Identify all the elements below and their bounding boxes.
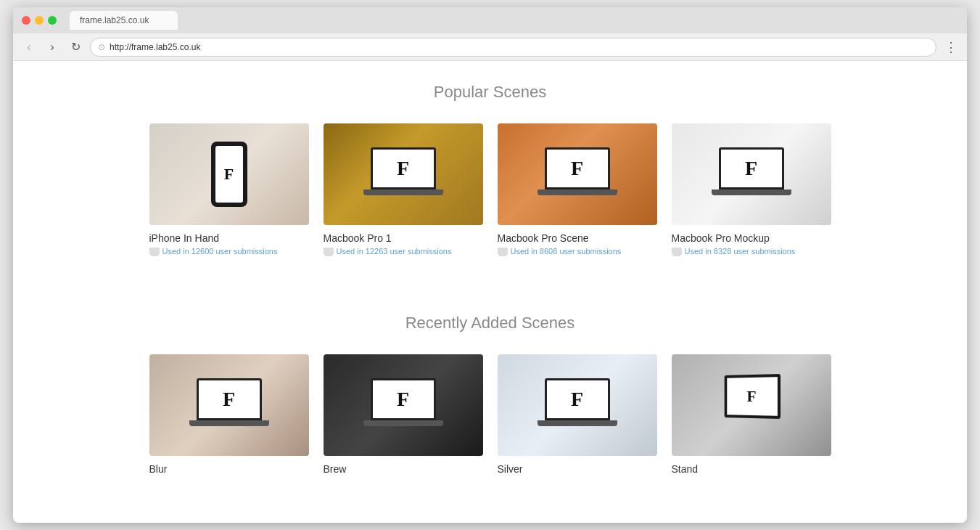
- close-button[interactable]: [22, 16, 30, 25]
- tablet-screen-area: F: [724, 373, 780, 418]
- iphone-screen: F: [215, 146, 243, 203]
- scene-thumbnail-silver: F: [498, 354, 657, 456]
- scene-name-macbook-mockup: Macbook Pro Mockup: [672, 232, 831, 244]
- scene-card-macbook1[interactable]: F Macbook Pro 1 Used in 12263 user submi…: [324, 123, 483, 256]
- laptop-screen-mockup: F: [719, 147, 784, 189]
- laptop-screen-silver: F: [545, 378, 610, 420]
- scene-card-iphone-hand[interactable]: F iPhone In Hand Used in 12600 user subm…: [149, 123, 309, 256]
- laptop-screen-1: F: [371, 147, 436, 189]
- meta-icon-3: [498, 248, 508, 255]
- recent-scenes-grid: F Blur F Brew: [28, 354, 952, 478]
- scene-card-macbook-mockup[interactable]: F Macbook Pro Mockup Used in 8328 user s…: [672, 123, 831, 256]
- scene-thumbnail-iphone-hand: F: [149, 123, 309, 225]
- browser-menu-button[interactable]: ⋮: [942, 38, 960, 56]
- scene-thumbnail-macbook-mockup: F: [672, 123, 831, 225]
- meta-icon: [149, 248, 160, 255]
- scene-card-macbook-scene[interactable]: F Macbook Pro Scene Used in 8608 user su…: [498, 123, 657, 256]
- popular-section-title: Popular Scenes: [28, 83, 952, 102]
- scene-thumbnail-macbook1: F: [324, 123, 483, 225]
- scene-card-stand[interactable]: F Stand: [672, 354, 831, 478]
- laptop-screen-inner-blur: F: [199, 380, 260, 418]
- scene-meta-macbook-scene: Used in 8608 user submissions: [498, 247, 657, 256]
- traffic-lights: [22, 16, 57, 25]
- scene-thumbnail-brew: F: [324, 354, 483, 456]
- laptop-screen-inner-scene: F: [547, 150, 608, 187]
- back-button[interactable]: ‹: [20, 38, 38, 56]
- laptop-screen-blur: F: [197, 378, 262, 420]
- scene-name-macbook1: Macbook Pro 1: [324, 232, 483, 244]
- tablet-screen-inner: F: [727, 377, 778, 416]
- scene-meta-macbook1: Used in 12263 user submissions: [324, 247, 483, 256]
- scene-meta-macbook-mockup: Used in 8328 user submissions: [672, 247, 831, 256]
- scene-card-silver[interactable]: F Silver: [498, 354, 657, 478]
- toolbar: ‹ › ↻ ⊙ ⋮: [13, 33, 967, 61]
- forward-button[interactable]: ›: [44, 38, 61, 56]
- scene-submissions-iphone-hand: Used in 12600 user submissions: [162, 247, 278, 256]
- laptop-screen-inner-silver: F: [547, 380, 608, 418]
- section-divider: [28, 285, 952, 314]
- tab-title: frame.lab25.co.uk: [80, 15, 149, 25]
- scene-name-blur: Blur: [149, 463, 309, 475]
- reload-button[interactable]: ↻: [67, 38, 84, 56]
- laptop-base-brew: [363, 420, 443, 426]
- minimize-button[interactable]: [35, 16, 44, 25]
- laptop-base-silver: [538, 420, 617, 426]
- laptop-screen-inner-brew: F: [373, 380, 434, 418]
- scene-card-brew[interactable]: F Brew: [324, 354, 483, 478]
- scene-name-macbook-scene: Macbook Pro Scene: [498, 232, 657, 244]
- laptop-mockup-scene: F: [538, 147, 617, 202]
- laptop-mockup-silver: F: [538, 378, 617, 433]
- title-bar: frame.lab25.co.uk: [13, 7, 967, 33]
- laptop-base-blur: [189, 420, 269, 426]
- recent-section-title: Recently Added Scenes: [28, 314, 952, 333]
- laptop-screen-inner-1: F: [373, 150, 434, 187]
- scene-submissions-macbook-mockup: Used in 8328 user submissions: [685, 247, 796, 256]
- laptop-mockup-brew: F: [363, 378, 443, 433]
- laptop-screen-scene: F: [545, 147, 610, 189]
- browser-tab[interactable]: frame.lab25.co.uk: [70, 11, 178, 30]
- maximize-button[interactable]: [48, 16, 57, 25]
- scene-meta-iphone-hand: Used in 12600 user submissions: [149, 247, 309, 256]
- scene-submissions-macbook-scene: Used in 8608 user submissions: [511, 247, 622, 256]
- browser-window: frame.lab25.co.uk ‹ › ↻ ⊙ ⋮ Popular Scen…: [13, 7, 967, 523]
- laptop-screen-inner-mockup: F: [721, 150, 782, 187]
- laptop-mockup-1: F: [363, 147, 443, 202]
- search-icon: ⊙: [98, 42, 105, 52]
- address-bar: ⊙: [90, 38, 936, 57]
- scene-name-stand: Stand: [672, 463, 831, 475]
- url-input[interactable]: [110, 42, 928, 52]
- iphone-body: F: [211, 142, 247, 207]
- laptop-base-1: [363, 189, 443, 195]
- laptop-mockup-mockup: F: [712, 147, 791, 202]
- scene-thumbnail-macbook-scene: F: [498, 123, 657, 225]
- scene-card-blur[interactable]: F Blur: [149, 354, 309, 478]
- laptop-mockup-blur: F: [189, 378, 269, 433]
- laptop-base-scene: [538, 189, 617, 195]
- popular-scenes-grid: F iPhone In Hand Used in 12600 user subm…: [28, 123, 952, 256]
- scene-name-brew: Brew: [324, 463, 483, 475]
- laptop-screen-brew: F: [371, 378, 436, 420]
- scene-submissions-macbook1: Used in 12263 user submissions: [337, 247, 452, 256]
- meta-icon-2: [324, 248, 334, 255]
- scene-name-silver: Silver: [498, 463, 657, 475]
- laptop-base-mockup: [712, 189, 791, 195]
- tab-area: frame.lab25.co.uk: [62, 11, 958, 30]
- iphone-hand-mockup: F: [207, 134, 251, 214]
- scene-thumbnail-stand: F: [672, 354, 831, 456]
- scene-name-iphone-hand: iPhone In Hand: [149, 232, 309, 244]
- meta-icon-4: [672, 248, 682, 255]
- tablet-stand-mockup: F: [719, 375, 784, 436]
- scene-thumbnail-blur: F: [149, 354, 309, 456]
- page-content: Popular Scenes F iPhone In Hand Used in …: [13, 61, 967, 523]
